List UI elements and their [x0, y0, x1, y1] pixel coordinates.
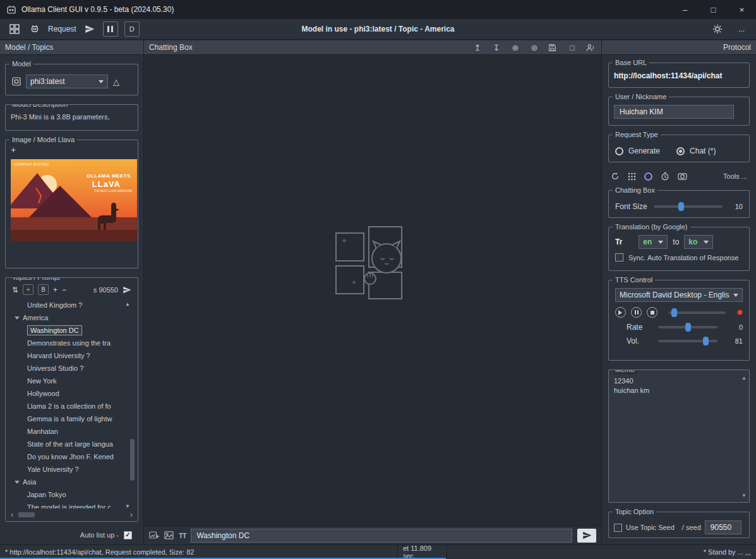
image-icon[interactable]	[164, 531, 174, 540]
add-image-icon[interactable]	[149, 531, 159, 540]
refresh-icon[interactable]	[611, 172, 620, 181]
upload-icon[interactable]: ↥	[472, 43, 483, 52]
request-label: Request	[48, 25, 76, 33]
list-item[interactable]: Japan Tokyo	[8, 488, 135, 501]
bold-icon[interactable]: B	[38, 284, 49, 295]
tree-node-america[interactable]: America	[8, 311, 135, 324]
horizontal-scrollbar[interactable]: ‹ ›	[8, 508, 135, 520]
send-topic-icon[interactable]	[123, 286, 131, 294]
sort-updown-icon[interactable]: ⇅	[12, 286, 18, 294]
memo-textarea[interactable]: 12340 huichan km	[614, 376, 736, 395]
scrollbar-thumb[interactable]	[18, 512, 35, 517]
tts-progress-slider[interactable]	[669, 311, 726, 314]
d-mode-button[interactable]: D	[124, 21, 140, 37]
send-message-button[interactable]	[577, 529, 596, 543]
memo-scrollbar[interactable]: ▲ ▼	[740, 375, 748, 498]
list-item[interactable]: Harvard University ?	[8, 349, 135, 362]
user-nickname-label: User / Nickname	[613, 92, 669, 102]
close-button[interactable]: ×	[728, 0, 756, 19]
sync-translation-checkbox[interactable]	[615, 253, 623, 261]
voice-select[interactable]: Microsoft David Desktop - English	[615, 288, 743, 302]
chat-area[interactable]	[144, 55, 601, 526]
scroll-up-icon[interactable]: ▲	[741, 375, 747, 381]
pause-icon[interactable]	[631, 307, 642, 318]
model-chip-icon[interactable]	[11, 76, 22, 87]
timer-icon[interactable]	[661, 172, 669, 181]
use-topic-seed-label: Use Topic Seed	[626, 524, 675, 531]
maximize-button[interactable]: □	[699, 0, 728, 19]
list-item[interactable]: Hollywood	[8, 387, 135, 400]
gear-icon[interactable]	[711, 21, 724, 37]
record-icon[interactable]: ⊚	[529, 43, 539, 52]
chat-input-row: TT	[144, 526, 601, 544]
scroll-up-icon[interactable]: ▲	[125, 301, 130, 308]
send-request-icon[interactable]	[83, 21, 97, 37]
list-item[interactable]: New York	[8, 375, 135, 387]
font-size-slider[interactable]	[654, 205, 723, 208]
minimize-button[interactable]: –	[671, 0, 699, 19]
camera-icon[interactable]	[678, 172, 687, 180]
use-topic-seed-checkbox[interactable]	[614, 524, 622, 532]
generate-radio[interactable]	[615, 147, 623, 155]
stop-icon[interactable]	[647, 307, 657, 318]
chevron-down-icon[interactable]	[15, 316, 20, 322]
model-select[interactable]: phi3:latest	[26, 75, 108, 88]
vertical-scrollbar[interactable]	[130, 439, 135, 481]
save-icon[interactable]	[548, 44, 558, 52]
stop-square-icon[interactable]: □	[567, 43, 577, 52]
list-item[interactable]: Do you know Jhon F. Kened	[8, 450, 135, 463]
plus-icon[interactable]: +	[53, 286, 57, 294]
seed-input[interactable]	[705, 520, 741, 534]
volume-slider[interactable]	[658, 340, 717, 342]
font-size-icon[interactable]: TT	[179, 532, 186, 539]
font-size-value: 10	[729, 203, 743, 210]
prompt-input[interactable]	[191, 529, 572, 543]
translate-to-select[interactable]: ko	[684, 235, 713, 249]
list-item[interactable]: The model is intended for c ▼	[8, 501, 135, 508]
scroll-right-icon[interactable]: ›	[130, 510, 133, 519]
llava-image[interactable]: (COMPLEX BUSTED) OLLAMA MEETS LLaVA THE …	[11, 159, 137, 241]
minus-icon[interactable]: −	[62, 286, 66, 294]
list-item[interactable]: Universal Studio ?	[8, 362, 135, 375]
topics-tree: United Kingdom ? ▲ America Washington DC…	[8, 299, 135, 508]
scroll-left-icon[interactable]: ‹	[11, 510, 13, 519]
cancel-icon[interactable]: ⊗	[510, 43, 520, 52]
topics-toolbar: ⇅ + B + − s 90550	[8, 284, 135, 299]
grid-dots-icon[interactable]	[628, 172, 636, 181]
list-item[interactable]: Gemma is a family of lightw	[8, 412, 135, 425]
download-icon[interactable]: ↧	[491, 43, 501, 52]
nickname-input[interactable]	[614, 105, 734, 119]
llama-icon[interactable]	[28, 21, 42, 37]
list-item-selected[interactable]: Washington DC	[8, 324, 135, 337]
more-menu-icon[interactable]: ...	[735, 21, 748, 37]
list-item[interactable]: United Kingdom ? ▲	[8, 299, 135, 311]
add-image-button[interactable]: +	[11, 144, 133, 155]
scroll-down-icon[interactable]: ▼	[741, 493, 747, 498]
play-icon[interactable]	[615, 307, 626, 318]
list-item[interactable]: Yale University ?	[8, 463, 135, 476]
model-warning-button[interactable]: △	[113, 77, 119, 87]
status-circle-icon[interactable]	[644, 172, 652, 181]
auto-list-checkbox[interactable]: ✓	[124, 531, 132, 539]
speaker-person-icon[interactable]	[586, 44, 596, 52]
title-bar: Ollama Client GUI v 0.9.5 - beta (2024.0…	[0, 0, 756, 19]
model-group: Model phi3:latest △	[5, 64, 138, 95]
pause-icon[interactable]	[103, 21, 118, 37]
rate-slider[interactable]	[658, 326, 717, 328]
tree-node-asia[interactable]: Asia	[8, 476, 135, 488]
main-toolbar: Request D Model in use - phi3:latest / T…	[0, 19, 756, 40]
grid-icon[interactable]	[8, 21, 21, 37]
scroll-down-icon[interactable]: ▼	[125, 503, 130, 508]
image-badge-text: (COMPLEX BUSTED)	[14, 162, 49, 166]
chevron-down-icon[interactable]	[15, 481, 20, 486]
app-window: Ollama Client GUI v 0.9.5 - beta (2024.0…	[0, 0, 756, 559]
user-nickname-group: User / Nickname	[608, 97, 750, 126]
translate-from-select[interactable]: en	[639, 235, 668, 249]
list-item[interactable]: State of the art large langua	[8, 438, 135, 450]
list-item[interactable]: Demonstrates using the tra	[8, 337, 135, 349]
chat-radio[interactable]	[676, 147, 685, 155]
list-item[interactable]: Manhatan	[8, 425, 135, 438]
seed-word-label: / seed	[682, 524, 701, 531]
add-topic-icon[interactable]: +	[23, 284, 33, 295]
list-item[interactable]: Llama 2 is a collection of fo	[8, 400, 135, 412]
